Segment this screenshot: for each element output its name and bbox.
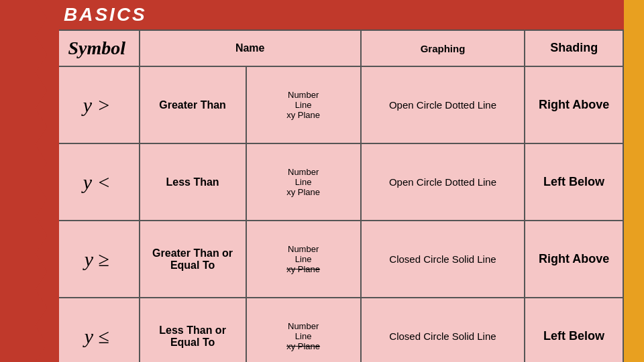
subname-cell-1: NumberLinexy Plane [246,143,361,221]
shading-cell-0: Right Above [525,66,623,143]
name-cell-1: Less Than [140,143,246,221]
subname-line-2: xy Plane [252,187,355,197]
table-row: y ≥Greater Than or Equal ToNumberLinexy … [54,221,623,298]
shading-cell-3: Left Below [525,298,623,362]
subname-line-2: xy Plane [252,264,355,274]
page-title: BASICS [54,0,624,29]
subname-cell-0: NumberLinexy Plane [246,66,361,143]
shading-cell-1: Left Below [525,143,623,221]
subname-line-0: Number [252,167,355,177]
symbol-cell-3: y ≤ [54,298,140,362]
subname-line-1: Line [252,100,355,110]
symbol-cell-2: y ≥ [54,221,140,298]
name-cell-0: Greater Than [140,66,246,143]
table-row: y <Less ThanNumberLinexy PlaneOpen Circl… [54,143,623,221]
col-header-name: Name [140,30,361,66]
graphing-cell-0: Open Circle Dotted Line [361,66,525,143]
symbol-text: y > [83,94,111,116]
main-content: BASICS Symbol Name Graphing Shading y >G… [47,0,624,362]
name-cell-2: Greater Than or Equal To [140,221,246,298]
graphing-cell-1: Open Circle Dotted Line [361,143,525,221]
graphing-cell-3: Closed Circle Solid Line [361,298,525,362]
symbol-cell-1: y < [54,143,140,221]
subname-line-1: Line [252,177,355,187]
main-table: Symbol Name Graphing Shading y >Greater … [54,29,624,362]
table-row: y ≤Less Than or Equal ToNumberLinexy Pla… [54,298,623,362]
symbol-text: y < [83,171,111,193]
shading-cell-2: Right Above [525,221,623,298]
subname-line-1: Line [252,331,355,341]
subname-line-0: Number [252,321,355,331]
left-decoration [0,0,47,362]
subname-cell-3: NumberLinexy Plane [246,298,361,362]
col-header-shading: Shading [525,30,623,66]
subname-line-0: Number [252,90,355,100]
table-row: y >Greater ThanNumberLinexy PlaneOpen Ci… [54,66,623,143]
col-header-graphing: Graphing [361,30,525,66]
symbol-cell-0: y > [54,66,140,143]
symbol-text: y ≥ [85,248,109,270]
subname-cell-2: NumberLinexy Plane [246,221,361,298]
right-decoration [624,0,644,362]
subname-line-2: xy Plane [252,341,355,351]
subname-line-1: Line [252,254,355,264]
subname-line-2: xy Plane [252,110,355,120]
col-header-symbol: Symbol [54,30,140,66]
name-cell-3: Less Than or Equal To [140,298,246,362]
graphing-cell-2: Closed Circle Solid Line [361,221,525,298]
symbol-text: y ≤ [85,325,109,347]
subname-line-0: Number [252,244,355,254]
table-container: Symbol Name Graphing Shading y >Greater … [54,29,624,362]
